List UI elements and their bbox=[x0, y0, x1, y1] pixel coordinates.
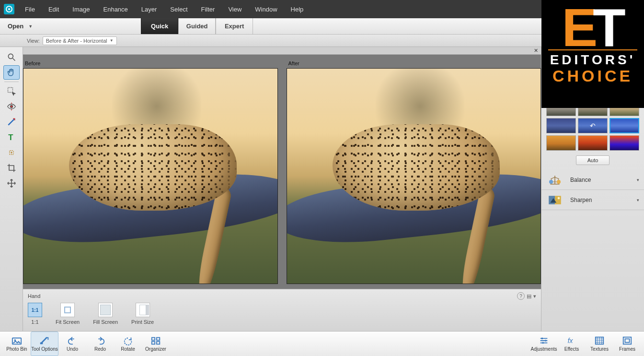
textures-button[interactable]: Textures bbox=[586, 332, 613, 356]
editors-choice-badge: E T EDITORS' CHOICE bbox=[541, 0, 644, 108]
menu-edit[interactable]: Edit bbox=[42, 0, 66, 18]
open-label: Open bbox=[8, 23, 23, 30]
tool-options-panel: Hand ? ▤ ▾ 1:1 1:1 Fit Screen F bbox=[23, 289, 541, 331]
section-balance-label: Balance bbox=[570, 177, 591, 183]
opt-fill-screen[interactable]: Fill Screen bbox=[93, 303, 118, 325]
et-t-icon: T bbox=[593, 4, 623, 52]
svg-rect-19 bbox=[157, 338, 160, 341]
frames-button[interactable]: Frames bbox=[613, 332, 641, 356]
preset-thumb[interactable] bbox=[546, 118, 576, 133]
crop-tool[interactable] bbox=[3, 161, 20, 175]
hand-tool[interactable] bbox=[3, 65, 20, 80]
before-column: Before bbox=[23, 59, 278, 284]
reset-icon: ↶ bbox=[578, 119, 607, 133]
svg-point-10 bbox=[557, 180, 561, 184]
after-column: After bbox=[287, 59, 541, 284]
sharpen-icon bbox=[546, 194, 564, 206]
one-to-one-icon: 1:1 bbox=[28, 303, 42, 317]
svg-text:fx: fx bbox=[568, 338, 574, 345]
panel-menu-icon[interactable]: ▤ bbox=[527, 293, 531, 299]
fill-screen-icon bbox=[98, 303, 113, 317]
photo-bin-button[interactable]: Photo Bin bbox=[3, 332, 31, 356]
balance-icon bbox=[546, 174, 564, 186]
svg-point-22 bbox=[541, 338, 543, 340]
menu-view[interactable]: View bbox=[221, 0, 248, 18]
after-canvas[interactable] bbox=[287, 68, 541, 284]
menu-help[interactable]: Help bbox=[284, 0, 310, 18]
preset-thumb[interactable] bbox=[546, 135, 576, 151]
svg-rect-28 bbox=[625, 339, 629, 342]
menu-enhance[interactable]: Enhance bbox=[97, 0, 135, 18]
view-select[interactable]: Before & After - Horizontal ▼ bbox=[43, 36, 117, 45]
opt-print-size[interactable]: Print Size bbox=[131, 303, 154, 325]
print-size-icon bbox=[136, 303, 150, 317]
effects-button[interactable]: fx Effects bbox=[558, 332, 586, 356]
menu-filter[interactable]: Filter bbox=[195, 0, 222, 18]
undo-button[interactable]: Undo bbox=[58, 332, 86, 356]
svg-point-2 bbox=[8, 8, 10, 10]
svg-rect-27 bbox=[623, 337, 632, 344]
tab-quick[interactable]: Quick bbox=[141, 18, 178, 34]
organizer-button[interactable]: Organizer bbox=[142, 332, 170, 356]
svg-line-4 bbox=[12, 59, 15, 61]
svg-point-14 bbox=[558, 197, 560, 199]
whiten-tool[interactable] bbox=[3, 115, 20, 129]
tool-separator bbox=[4, 82, 19, 82]
quick-select-tool[interactable] bbox=[3, 84, 20, 98]
svg-rect-18 bbox=[152, 338, 155, 341]
opt-fit-screen[interactable]: Fit Screen bbox=[56, 303, 80, 325]
svg-rect-17 bbox=[40, 343, 43, 344]
collapse-icon[interactable]: ▾ bbox=[533, 293, 536, 299]
mode-tabs: Quick Guided Expert bbox=[141, 18, 253, 34]
view-label: View: bbox=[27, 38, 40, 44]
workspace: ✕ Before After Hand bbox=[23, 47, 541, 331]
svg-point-6 bbox=[10, 106, 12, 108]
caret-down-icon: ▼ bbox=[110, 38, 114, 43]
et-e-icon: E bbox=[562, 4, 596, 52]
view-selected: Before & After - Horizontal bbox=[46, 38, 107, 44]
preset-thumb-selected[interactable] bbox=[610, 118, 639, 133]
svg-rect-20 bbox=[152, 342, 155, 344]
section-balance[interactable]: Balance ▾ bbox=[541, 170, 644, 190]
before-label: Before bbox=[23, 59, 278, 68]
menu-image[interactable]: Image bbox=[66, 0, 96, 18]
section-sharpen-label: Sharpen bbox=[570, 197, 592, 203]
preset-thumb[interactable] bbox=[578, 135, 608, 151]
svg-point-3 bbox=[8, 54, 13, 59]
zoom-tool[interactable] bbox=[3, 50, 20, 64]
opt-1to1[interactable]: 1:1 1:1 bbox=[28, 303, 42, 325]
tab-guided[interactable]: Guided bbox=[178, 18, 216, 34]
preset-thumb[interactable] bbox=[610, 135, 639, 151]
caret-down-icon: ▼ bbox=[28, 24, 33, 29]
svg-point-9 bbox=[549, 180, 553, 184]
spot-heal-tool[interactable] bbox=[3, 145, 20, 160]
rotate-button[interactable]: Rotate bbox=[114, 332, 142, 356]
close-icon[interactable]: ✕ bbox=[534, 47, 538, 54]
redeye-tool[interactable] bbox=[3, 99, 20, 114]
open-button[interactable]: Open ▼ bbox=[0, 18, 45, 34]
menu-window[interactable]: Window bbox=[248, 0, 284, 18]
move-tool[interactable] bbox=[3, 176, 20, 190]
auto-button[interactable]: Auto bbox=[576, 155, 610, 165]
menu-layer[interactable]: Layer bbox=[135, 0, 164, 18]
section-sharpen[interactable]: Sharpen ▾ bbox=[541, 190, 644, 210]
svg-rect-5 bbox=[8, 88, 12, 93]
menu-select[interactable]: Select bbox=[163, 0, 194, 18]
bottom-bar: Photo Bin Tool Options Undo Redo Rotate … bbox=[0, 331, 644, 356]
before-canvas[interactable] bbox=[23, 68, 278, 284]
tool-options-title: Hand bbox=[28, 293, 40, 299]
choice-text: CHOICE bbox=[552, 67, 633, 85]
canvas-row: Before After bbox=[23, 55, 541, 289]
tool-options-button[interactable]: Tool Options bbox=[31, 332, 58, 356]
toolbar-left: T bbox=[0, 47, 23, 331]
tab-expert[interactable]: Expert bbox=[216, 18, 253, 34]
preset-reset[interactable]: ↶ bbox=[578, 118, 608, 133]
redo-button[interactable]: Redo bbox=[86, 332, 114, 356]
et-logo: E T bbox=[562, 0, 623, 52]
svg-point-23 bbox=[545, 340, 547, 342]
text-tool[interactable]: T bbox=[3, 130, 20, 144]
menu-file[interactable]: File bbox=[18, 0, 42, 18]
adjustments-button[interactable]: Adjustments bbox=[530, 332, 558, 356]
svg-point-24 bbox=[542, 342, 544, 344]
help-icon[interactable]: ? bbox=[517, 292, 525, 300]
